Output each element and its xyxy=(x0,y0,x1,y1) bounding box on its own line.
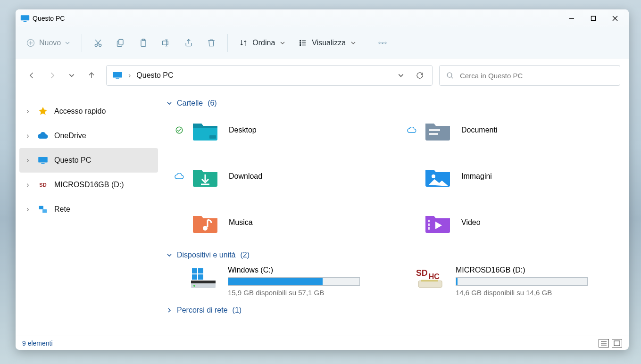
svg-point-42 xyxy=(432,174,435,178)
sidebar-item-microsd[interactable]: › SD MICROSD16GB (D:) xyxy=(19,173,158,197)
synced-icon xyxy=(174,126,184,134)
svg-rect-48 xyxy=(191,281,216,283)
group-header-network[interactable]: Percorsi di rete (1) xyxy=(165,301,625,319)
titlebar: Questo PC xyxy=(16,9,629,27)
details-view-button[interactable] xyxy=(599,339,609,347)
svg-rect-3 xyxy=(591,17,596,21)
drive-availability: 14,6 GB disponibili su 14,6 GB xyxy=(456,289,625,297)
toolbar: Nuovo Ordina Visualizza xyxy=(16,27,629,58)
sidebar: › Accesso rapido › OneDrive › Questo PC … xyxy=(16,92,162,336)
svg-rect-61 xyxy=(614,341,620,346)
sidebar-item-onedrive[interactable]: › OneDrive xyxy=(19,124,158,148)
refresh-button[interactable] xyxy=(413,69,426,82)
sort-button[interactable]: Ordina xyxy=(234,36,290,50)
group-label: Dispositivi e unità xyxy=(177,251,236,259)
sidebar-item-label: Accesso rapido xyxy=(54,107,106,116)
copy-button[interactable] xyxy=(111,33,130,52)
address-bar[interactable]: › Questo PC xyxy=(106,65,433,86)
close-button[interactable] xyxy=(604,11,626,25)
navigation-row: › Questo PC xyxy=(16,58,629,92)
cloud-icon xyxy=(174,173,184,180)
folder-music[interactable]: Musica xyxy=(174,207,392,238)
chevron-right-icon xyxy=(166,307,172,313)
svg-rect-44 xyxy=(428,220,430,222)
chevron-right-icon: › xyxy=(24,132,32,140)
svg-rect-40 xyxy=(429,133,438,135)
svg-point-20 xyxy=(300,40,301,41)
minimize-button[interactable] xyxy=(561,11,583,25)
search-input[interactable] xyxy=(460,72,613,80)
paste-button[interactable] xyxy=(134,33,153,52)
folder-desktop[interactable]: Desktop xyxy=(174,115,392,145)
maximize-button[interactable] xyxy=(583,11,604,25)
svg-point-43 xyxy=(203,226,208,231)
sidebar-item-label: Questo PC xyxy=(54,156,91,165)
folder-videos[interactable]: Video xyxy=(407,207,625,238)
svg-rect-39 xyxy=(429,129,440,131)
svg-point-49 xyxy=(193,285,195,287)
status-bar: 9 elementi xyxy=(16,336,629,350)
drive-icon xyxy=(188,266,218,290)
svg-text:HC: HC xyxy=(429,273,440,281)
drive-c[interactable]: Windows (C:) 15,9 GB disponibili su 57,1… xyxy=(188,266,397,297)
folder-icon xyxy=(191,211,219,234)
sidebar-item-quick-access[interactable]: › Accesso rapido xyxy=(19,99,158,124)
cloud-icon xyxy=(37,130,49,141)
svg-rect-56 xyxy=(418,281,442,287)
view-button[interactable]: Visualizza xyxy=(294,36,361,50)
cloud-icon xyxy=(407,127,417,133)
svg-line-32 xyxy=(451,76,453,78)
new-button-label: Nuovo xyxy=(39,39,61,47)
group-count: (1) xyxy=(233,306,242,314)
new-button[interactable]: Nuovo xyxy=(21,35,75,50)
address-dropdown[interactable] xyxy=(394,69,408,82)
folder-label: Musica xyxy=(229,218,253,227)
folder-label: Video xyxy=(461,218,481,227)
drive-d[interactable]: SDHC MICROSD16GB (D:) 14,6 GB disponibil… xyxy=(416,266,625,297)
folder-icon xyxy=(424,211,452,234)
network-icon xyxy=(37,204,49,215)
share-button[interactable] xyxy=(179,33,198,52)
chevron-down-icon xyxy=(166,100,172,106)
search-icon xyxy=(446,72,454,80)
svg-point-31 xyxy=(447,73,452,77)
window-title: Questo PC xyxy=(33,15,561,22)
svg-rect-29 xyxy=(113,72,122,78)
recent-locations-button[interactable] xyxy=(64,67,80,83)
cut-button[interactable] xyxy=(89,33,108,52)
svg-rect-52 xyxy=(192,274,197,280)
folder-documents[interactable]: Documenti xyxy=(407,115,625,145)
folder-downloads[interactable]: Download xyxy=(174,161,392,191)
search-box[interactable] xyxy=(439,65,620,86)
svg-rect-57 xyxy=(421,280,438,282)
more-button[interactable] xyxy=(373,33,392,52)
sd-card-icon: SD xyxy=(37,179,49,190)
up-button[interactable] xyxy=(83,67,100,83)
group-count: (6) xyxy=(208,99,217,108)
chevron-down-icon xyxy=(280,40,285,46)
breadcrumb-location[interactable]: Questo PC xyxy=(136,71,173,80)
app-icon xyxy=(20,15,30,22)
sidebar-item-network[interactable]: › Rete xyxy=(19,197,158,222)
forward-button[interactable] xyxy=(44,67,60,83)
svg-text:SD: SD xyxy=(416,268,428,278)
icons-view-button[interactable] xyxy=(612,339,622,347)
folder-icon xyxy=(424,118,452,142)
svg-rect-33 xyxy=(38,157,48,163)
sidebar-item-label: Rete xyxy=(54,205,70,214)
sd-card-icon: SDHC xyxy=(416,266,446,290)
toolbar-separator xyxy=(82,34,82,52)
toolbar-separator xyxy=(227,34,228,52)
svg-rect-35 xyxy=(39,206,43,209)
breadcrumb-separator: › xyxy=(128,71,131,80)
folder-pictures[interactable]: Immagini xyxy=(407,161,625,191)
content-pane: Cartelle (6) Desktop Documenti xyxy=(162,92,629,336)
svg-rect-0 xyxy=(21,15,29,20)
delete-button[interactable] xyxy=(202,33,221,52)
rename-button[interactable] xyxy=(157,33,175,52)
group-header-drives[interactable]: Dispositivi e unità (2) xyxy=(165,246,625,264)
sidebar-item-this-pc[interactable]: › Questo PC xyxy=(19,148,158,173)
back-button[interactable] xyxy=(24,67,40,83)
group-header-folders[interactable]: Cartelle (6) xyxy=(165,94,625,112)
drive-usage-bar xyxy=(228,277,360,286)
